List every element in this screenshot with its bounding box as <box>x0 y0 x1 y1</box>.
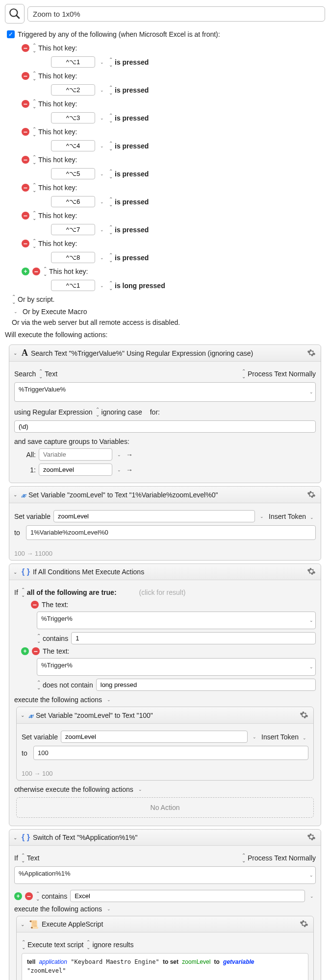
insert-token-btn[interactable]: Insert Token ⌄ <box>261 733 308 741</box>
add-button[interactable]: + <box>22 268 29 275</box>
stepper-icon[interactable]: ⌃⌄ <box>109 85 112 96</box>
stepper-icon[interactable]: ⌃⌄ <box>21 587 24 598</box>
add-button[interactable]: + <box>14 892 22 900</box>
stepper-icon[interactable]: ⌃⌄ <box>43 266 46 277</box>
hotkey-input[interactable] <box>51 168 95 179</box>
disclosure-icon[interactable]: ⌄ <box>13 492 17 497</box>
remove-button[interactable]: – <box>22 100 29 108</box>
trigger-checkbox[interactable]: ✓ <box>7 30 15 38</box>
gear-icon[interactable] <box>307 567 317 577</box>
hotkey-input[interactable] <box>51 224 95 235</box>
to-value-input[interactable]: 1%Variable%zoomLevel%0 <box>26 525 316 540</box>
dropdown-icon[interactable]: ⌄ <box>115 452 123 457</box>
dropdown-icon[interactable]: ⌄ <box>12 309 20 314</box>
dropdown-icon[interactable]: ⌄ <box>105 906 113 911</box>
gear-icon[interactable] <box>307 348 317 358</box>
stepper-icon[interactable]: ⌃⌄ <box>109 169 112 179</box>
dropdown-icon[interactable]: ⌄ <box>98 199 106 204</box>
disclosure-icon[interactable]: ⌄ <box>21 922 25 927</box>
stepper-icon[interactable]: ⌃⌄ <box>32 210 35 221</box>
switch-text-input[interactable]: %Application%1%⌄ <box>14 866 316 884</box>
add-button[interactable]: + <box>21 647 29 655</box>
dropdown-icon[interactable]: ⌄ <box>98 227 106 232</box>
case-value-input[interactable] <box>70 890 305 902</box>
stepper-icon[interactable]: ⌃⌄ <box>32 154 35 165</box>
macro-title-input[interactable] <box>27 6 325 22</box>
hotkey-input[interactable] <box>51 280 95 291</box>
stepper-icon[interactable]: ⌃⌄ <box>109 224 112 235</box>
stepper-icon[interactable]: ⌃⌄ <box>96 407 99 417</box>
stepper-icon[interactable]: ⌃⌄ <box>36 891 39 902</box>
gear-icon[interactable] <box>307 833 317 842</box>
stepper-icon[interactable]: ⌃⌄ <box>242 368 245 379</box>
hint[interactable]: (click for result) <box>139 588 186 596</box>
remove-button[interactable]: – <box>25 892 33 900</box>
hotkey-input[interactable] <box>51 140 95 151</box>
stepper-icon[interactable]: ⌃⌄ <box>32 182 35 193</box>
hotkey-input[interactable] <box>51 196 95 207</box>
hotkey-input[interactable] <box>51 84 95 96</box>
dropdown-icon[interactable]: ⌄ <box>98 172 106 176</box>
stepper-icon[interactable]: ⌃⌄ <box>12 294 15 305</box>
stepper-icon[interactable]: ⌃⌄ <box>22 939 25 950</box>
remove-button[interactable]: – <box>31 601 39 609</box>
capture-1-input[interactable] <box>39 464 112 476</box>
stepper-icon[interactable]: ⌃⌄ <box>37 680 40 690</box>
gear-icon[interactable] <box>300 919 309 929</box>
remove-button[interactable]: – <box>32 268 40 275</box>
stepper-icon[interactable]: ⌃⌄ <box>109 252 112 263</box>
script-code-input[interactable]: tell application "Keyboard Maestro Engin… <box>22 953 308 980</box>
dropdown-icon[interactable]: ⌄ <box>308 894 316 899</box>
dropdown-icon[interactable]: ⌄ <box>98 283 106 288</box>
stepper-icon[interactable]: ⌃⌄ <box>109 57 112 68</box>
cond-text-input[interactable]: %Trigger%⌄ <box>37 658 316 676</box>
stepper-icon[interactable]: ⌃⌄ <box>32 71 35 81</box>
stepper-icon[interactable]: ⌃⌄ <box>32 126 35 137</box>
dropdown-icon[interactable]: ⌄ <box>98 144 106 148</box>
stepper-icon[interactable]: ⌃⌄ <box>21 853 24 863</box>
stepper-icon[interactable]: ⌃⌄ <box>32 98 35 109</box>
notcontain-value-input[interactable] <box>96 679 316 691</box>
stepper-icon[interactable]: ⌃⌄ <box>32 43 35 53</box>
contains-value-input[interactable] <box>71 632 316 644</box>
dropdown-icon[interactable]: ⌄ <box>105 697 113 702</box>
to-value-input[interactable]: 100 <box>33 746 308 760</box>
hotkey-input[interactable] <box>51 112 95 123</box>
remove-button[interactable]: – <box>22 156 29 164</box>
hotkey-input[interactable] <box>51 252 95 263</box>
dropdown-icon[interactable]: ⌄ <box>98 60 106 65</box>
gear-icon[interactable] <box>307 490 317 500</box>
remove-button[interactable]: – <box>22 72 29 80</box>
remove-button[interactable]: – <box>22 184 29 192</box>
hotkey-input[interactable] <box>51 56 95 68</box>
remove-button[interactable]: – <box>22 44 29 52</box>
stepper-icon[interactable]: ⌃⌄ <box>86 939 89 950</box>
stepper-icon[interactable]: ⌃⌄ <box>109 280 112 291</box>
stepper-icon[interactable]: ⌃⌄ <box>109 196 112 207</box>
regex-input[interactable] <box>14 420 316 433</box>
all-var-input[interactable] <box>39 448 112 461</box>
dropdown-icon[interactable]: ⌄ <box>136 787 144 792</box>
disclosure-icon[interactable]: ⌄ <box>13 835 17 840</box>
var-name-input[interactable] <box>61 731 248 743</box>
gear-icon[interactable] <box>300 710 309 720</box>
dropdown-icon[interactable]: ⌄ <box>98 88 106 93</box>
remove-button[interactable]: – <box>22 128 29 136</box>
stepper-icon[interactable]: ⌃⌄ <box>242 853 245 863</box>
stepper-icon[interactable]: ⌃⌄ <box>109 141 112 151</box>
dropdown-icon[interactable]: ⌄ <box>251 735 258 739</box>
stepper-icon[interactable]: ⌃⌄ <box>39 368 42 379</box>
no-action-drop[interactable]: No Action <box>16 797 314 818</box>
cond-text-input[interactable]: %Trigger%⌄ <box>37 612 316 629</box>
remove-button[interactable]: – <box>32 647 40 655</box>
disclosure-icon[interactable]: ⌄ <box>13 350 17 356</box>
dropdown-icon[interactable]: ⌄ <box>258 514 266 519</box>
remove-button[interactable]: – <box>22 240 29 247</box>
stepper-icon[interactable]: ⌃⌄ <box>32 238 35 249</box>
disclosure-icon[interactable]: ⌄ <box>13 569 17 575</box>
dropdown-icon[interactable]: ⌄ <box>98 116 106 121</box>
remove-button[interactable]: – <box>22 212 29 220</box>
stepper-icon[interactable]: ⌃⌄ <box>109 113 112 123</box>
stepper-icon[interactable]: ⌃⌄ <box>37 633 40 644</box>
dropdown-icon[interactable]: ⌄ <box>98 255 106 260</box>
